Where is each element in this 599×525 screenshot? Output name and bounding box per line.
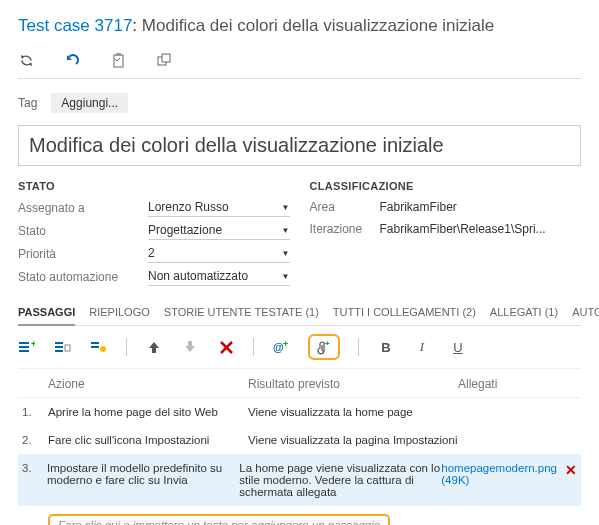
col-attach-label: Allegati (458, 377, 577, 391)
move-up-icon[interactable] (145, 338, 163, 356)
add-attachment-icon[interactable]: + (315, 338, 333, 356)
step-expected[interactable]: La home page viene visualizzata con lo s… (239, 462, 441, 498)
svg-text:+: + (31, 340, 35, 349)
col-action-label: Azione (48, 377, 248, 391)
copy-icon[interactable] (156, 52, 172, 68)
bold-button[interactable]: B (377, 338, 395, 356)
tag-label: Tag (18, 96, 37, 110)
col-expected-label: Risultato previsto (248, 377, 458, 391)
tabs: PASSAGGI RIEPILOGO STORIE UTENTE TESTATE… (18, 300, 581, 326)
add-tag-button[interactable]: Aggiungi... (51, 93, 128, 113)
tab-collegamenti[interactable]: TUTTI I COLLEGAMENTI (2) (333, 300, 476, 325)
svg-rect-1 (116, 53, 121, 56)
insert-step-icon[interactable]: + (18, 338, 36, 356)
add-step-placeholder[interactable]: Fare clic qui o immettere un testo per a… (48, 514, 390, 525)
top-toolbar (18, 48, 581, 79)
assegnato-dropdown[interactable]: Lorenzo Russo▼ (148, 198, 290, 217)
title-text: Modifica dei colori della visualizzazion… (142, 16, 494, 35)
svg-rect-10 (55, 350, 63, 352)
steps-toolbar: + @+ + B I U (18, 326, 581, 369)
assegnato-label: Assegnato a (18, 201, 148, 215)
attachment-size: (49K) (441, 474, 469, 486)
iter-label: Iterazione (310, 222, 380, 236)
page-title: Test case 3717: Modifica dei colori dell… (18, 16, 581, 36)
svg-rect-3 (162, 54, 170, 62)
step-action[interactable]: Impostare il modello predefinito su mode… (47, 462, 239, 486)
tab-passaggi[interactable]: PASSAGGI (18, 300, 75, 326)
svg-rect-6 (19, 350, 29, 352)
svg-point-14 (100, 346, 106, 352)
autom-label: Stato automazione (18, 270, 148, 284)
tab-riepilogo[interactable]: RIEPILOGO (89, 300, 150, 325)
priorita-label: Priorità (18, 247, 148, 261)
svg-text:+: + (283, 340, 288, 349)
svg-rect-4 (19, 342, 29, 344)
refresh-icon[interactable] (18, 52, 34, 68)
step-expected[interactable]: Viene visualizzata la pagina Impostazion… (248, 434, 458, 446)
tab-allegati[interactable]: ALLEGATI (1) (490, 300, 558, 325)
underline-button[interactable]: U (449, 338, 467, 356)
svg-rect-12 (91, 342, 99, 344)
area-field[interactable]: FabrikamFiber (380, 198, 582, 216)
insert-param-icon[interactable] (90, 338, 108, 356)
classif-heading: CLASSIFICAZIONE (310, 180, 582, 192)
stato-dropdown[interactable]: Progettazione▼ (148, 221, 290, 240)
stato-heading: STATO (18, 180, 290, 192)
insert-shared-icon[interactable] (54, 338, 72, 356)
attachment-link[interactable]: homepagemodern.png (441, 462, 557, 474)
iter-field[interactable]: FabrikamFiber\Release1\Spri... (380, 220, 582, 238)
svg-rect-8 (55, 342, 63, 344)
svg-text:+: + (325, 340, 330, 348)
title-input[interactable]: Modifica dei colori della visualizzazion… (18, 125, 581, 166)
add-attachment-highlight: + (308, 334, 340, 360)
add-param-icon[interactable]: @+ (272, 338, 290, 356)
undo-icon[interactable] (64, 52, 80, 68)
delete-step-icon[interactable] (217, 338, 235, 356)
step-action[interactable]: Aprire la home page del sito Web (48, 406, 248, 418)
svg-rect-11 (65, 345, 70, 351)
delete-attachment-icon[interactable]: ✕ (565, 462, 577, 478)
italic-button[interactable]: I (413, 338, 431, 356)
step-row[interactable]: 3. Impostare il modello predefinito su m… (18, 454, 581, 506)
priorita-dropdown[interactable]: 2▼ (148, 244, 290, 263)
svg-rect-13 (91, 346, 99, 348)
area-label: Area (310, 200, 380, 214)
move-down-icon[interactable] (181, 338, 199, 356)
step-action[interactable]: Fare clic sull'icona Impostazioni (48, 434, 248, 446)
step-expected[interactable]: Viene visualizzata la home page (248, 406, 458, 418)
test-case-link[interactable]: Test case 3717 (18, 16, 132, 35)
svg-rect-9 (55, 346, 63, 348)
svg-rect-0 (114, 55, 123, 67)
svg-rect-5 (19, 346, 29, 348)
stato-label: Stato (18, 224, 148, 238)
steps-header: Azione Risultato previsto Allegati (18, 369, 581, 398)
tab-automazione[interactable]: AUTOMAZIONE ASSOCIA... (572, 300, 599, 325)
clipboard-icon[interactable] (110, 52, 126, 68)
autom-dropdown[interactable]: Non automatizzato▼ (148, 267, 290, 286)
step-row[interactable]: 1. Aprire la home page del sito Web Vien… (18, 398, 581, 426)
tab-storie[interactable]: STORIE UTENTE TESTATE (1) (164, 300, 319, 325)
step-row[interactable]: 2. Fare clic sull'icona Impostazioni Vie… (18, 426, 581, 454)
